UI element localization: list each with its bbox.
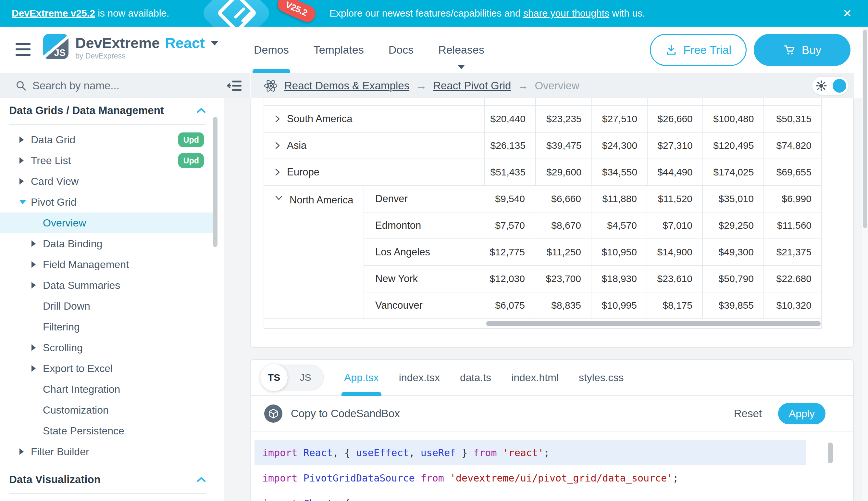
code-editor[interactable]: import React, { useEffect, useRef } from…: [251, 432, 853, 501]
pivot-row-header-north-america[interactable]: North America: [264, 186, 364, 318]
chevron-collapsed-icon[interactable]: [32, 261, 36, 268]
nav-item-templates[interactable]: Templates: [314, 26, 364, 73]
hamburger-menu-icon[interactable]: [15, 43, 31, 56]
sidebar-item-overview[interactable]: Overview: [0, 213, 213, 233]
expand-chevron-icon[interactable]: [274, 141, 281, 150]
breadcrumb-separator: →: [517, 79, 528, 92]
brand-title[interactable]: DevExtreme: [75, 36, 160, 50]
chevron-collapsed-icon[interactable]: [20, 137, 24, 143]
code-token: ;: [673, 472, 679, 484]
pivot-value-cell: $11,560: [763, 213, 821, 238]
pivot-row-header-asia[interactable]: Asia: [264, 132, 484, 159]
sidebar-item-drill-down[interactable]: Drill Down: [0, 296, 224, 317]
banner-close-icon[interactable]: ✕: [836, 0, 859, 26]
sidebar-item-data-grid[interactable]: Data GridUpd: [0, 129, 224, 150]
code-token: [297, 447, 303, 458]
tab-index-tsx[interactable]: index.tsx: [399, 360, 440, 395]
sidebar-item-customization[interactable]: Customization: [0, 399, 224, 420]
code-token: from: [421, 472, 444, 484]
pivot-row-header-south-america[interactable]: South America: [264, 106, 484, 132]
expand-chevron-icon[interactable]: [274, 114, 281, 124]
chevron-collapsed-icon[interactable]: [20, 448, 24, 455]
pivot-row-header-europe[interactable]: Europe: [264, 159, 484, 185]
free-trial-button[interactable]: Free Trial: [650, 34, 747, 66]
pivot-hscroll-thumb[interactable]: [486, 321, 821, 326]
pivot-value-cell: $69,655: [763, 159, 821, 185]
pivot-value-cell: $50,315: [763, 106, 821, 132]
collapse-chevron-icon[interactable]: [274, 194, 284, 318]
pivot-row-asia: Asia$26,135$39,475$24,300$27,310$120,495…: [264, 132, 821, 159]
pivot-value-cell: $22,680: [763, 266, 821, 292]
banner-version-link[interactable]: DevExtreme v25.2: [12, 8, 95, 19]
pivot-grid: South America$20,440$23,235$27,510$26,66…: [264, 98, 822, 329]
nav-item-docs[interactable]: Docs: [388, 26, 414, 73]
search-input[interactable]: [32, 79, 169, 92]
demo-card: South America$20,440$23,235$27,510$26,66…: [250, 98, 854, 348]
buy-button[interactable]: Buy: [754, 34, 850, 66]
page-scrollbar-thumb[interactable]: [863, 30, 867, 228]
nav-item-releases[interactable]: Releases: [438, 26, 484, 73]
sidebar-item-scrolling[interactable]: Scrolling: [0, 337, 224, 358]
pivot-value-cell: $120,495: [702, 132, 764, 159]
sidebar-item-field-management[interactable]: Field Management: [0, 254, 224, 275]
chevron-up-icon[interactable]: [197, 108, 206, 114]
code-scrollbar[interactable]: [828, 443, 833, 463]
chevron-down-icon[interactable]: [211, 41, 218, 45]
tab-styles-css[interactable]: styles.css: [579, 360, 624, 395]
chevron-collapsed-icon[interactable]: [32, 282, 36, 288]
tab-label: data.ts: [460, 372, 491, 384]
codesandbox-icon[interactable]: [264, 405, 283, 423]
pivot-row-new-york: New York$12,030$23,700$18,930$23,610$50,…: [364, 266, 821, 292]
sidebar-item-data-binding[interactable]: Data Binding: [0, 233, 224, 254]
page-scrollbar[interactable]: [862, 26, 868, 501]
tab-app-tsx[interactable]: App.tsx: [344, 360, 379, 395]
sidebar-item-data-summaries[interactable]: Data Summaries: [0, 275, 224, 296]
code-token: [297, 498, 303, 501]
sidebar-section-data-visualization[interactable]: Data Visualization: [0, 467, 224, 487]
pivot-value-cell: $11,250: [535, 239, 591, 265]
sidebar-item-pivot-grid[interactable]: Pivot Grid: [0, 192, 224, 213]
chevron-expanded-icon[interactable]: [20, 200, 26, 204]
sidebar-scrollbar[interactable]: [213, 117, 218, 247]
pivot-value-cell: [647, 98, 702, 105]
code-token: React: [303, 447, 332, 458]
toggle-option-ts[interactable]: TS: [260, 364, 288, 391]
framework-selector[interactable]: React: [165, 36, 205, 50]
copy-to-codesandbox-button[interactable]: Copy to CodeSandBox: [291, 407, 400, 420]
devextreme-js-logo[interactable]: JS: [43, 34, 68, 59]
nav-item-demos[interactable]: Demos: [254, 26, 289, 73]
sidebar-item-state-persistence[interactable]: State Persistence: [0, 420, 224, 441]
pivot-value-cell: $7,570: [484, 213, 535, 238]
sidebar-item-label: Export to Excel: [43, 363, 113, 375]
toggle-option-js[interactable]: JS: [288, 372, 323, 383]
sidebar-item-card-view[interactable]: Card View: [0, 171, 224, 192]
apply-button[interactable]: Apply: [778, 403, 825, 424]
chevron-collapsed-icon[interactable]: [32, 365, 36, 372]
sidebar-item-chart-integration[interactable]: Chart Integration: [0, 379, 224, 399]
sidebar-item-tree-list[interactable]: Tree ListUpd: [0, 150, 224, 171]
chevron-collapsed-icon[interactable]: [32, 344, 36, 351]
sidebar-item-export-to-excel[interactable]: Export to Excel: [0, 358, 224, 379]
chevron-collapsed-icon[interactable]: [32, 241, 36, 247]
share-thoughts-link[interactable]: share your thoughts: [523, 8, 609, 19]
chevron-collapsed-icon[interactable]: [20, 178, 24, 184]
chevron-up-icon[interactable]: [197, 477, 206, 482]
pivot-value-cell: $29,600: [535, 159, 591, 185]
main-header: JS DevExtreme React by DevExpress Demos …: [0, 26, 868, 73]
sidebar-item-filter-builder[interactable]: Filter Builder: [0, 441, 224, 462]
breadcrumb-demos-link[interactable]: React Demos & Examples: [284, 79, 409, 92]
breadcrumb-pivot-grid-link[interactable]: React Pivot Grid: [433, 79, 511, 92]
tab-data-ts[interactable]: data.ts: [460, 360, 491, 395]
sidebar-section-data-grids[interactable]: Data Grids / Data Management: [0, 98, 224, 118]
theme-toggle[interactable]: [812, 77, 848, 95]
sidebar-item-filtering[interactable]: Filtering: [0, 317, 224, 337]
pivot-row-label: Europe: [287, 166, 319, 178]
collapse-panel-icon[interactable]: [227, 79, 242, 92]
tab-index-html[interactable]: index.html: [511, 360, 559, 395]
code-panel: TS JS App.tsxindex.tsxdata.tsindex.htmls…: [250, 359, 854, 501]
chevron-collapsed-icon[interactable]: [20, 157, 24, 164]
expand-chevron-icon[interactable]: [274, 167, 281, 177]
reset-button[interactable]: Reset: [734, 407, 762, 420]
language-toggle[interactable]: TS JS: [260, 364, 324, 391]
pivot-value-cell: $174,025: [702, 159, 764, 185]
